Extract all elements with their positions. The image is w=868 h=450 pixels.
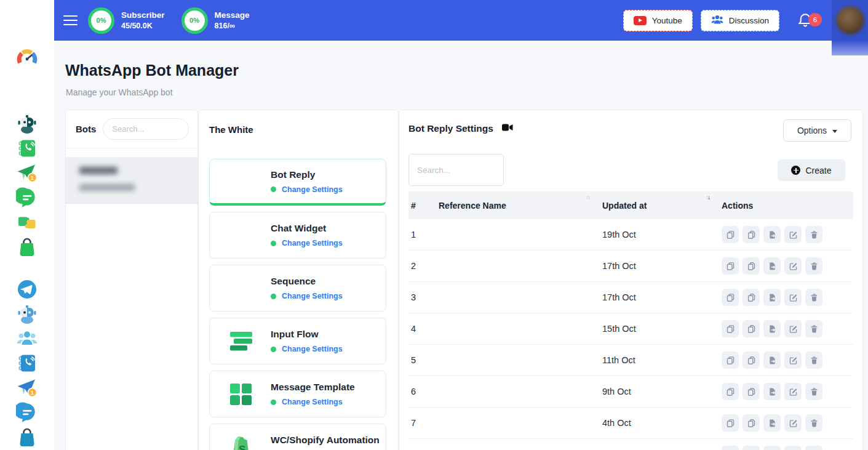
sidebar-item-telegram-group[interactable]: [16, 329, 38, 351]
header-reference-name[interactable]: Reference Name: [439, 201, 602, 211]
delete-button[interactable]: [805, 289, 822, 306]
sort-icon-updated-at[interactable]: ↑↓: [706, 194, 709, 201]
export-button[interactable]: [763, 414, 781, 432]
delete-button[interactable]: [805, 320, 822, 337]
delete-button[interactable]: [805, 383, 822, 400]
sidebar-item-telegram-contacts[interactable]: [16, 353, 38, 376]
duplicate-button[interactable]: [743, 289, 760, 306]
sidebar-item-whatsapp-live-chat[interactable]: [16, 188, 38, 210]
card-message-template[interactable]: Message Template Change Settings: [209, 371, 386, 417]
discussion-button[interactable]: Discussion: [701, 10, 779, 31]
export-button[interactable]: [763, 257, 781, 275]
sidebar-item-dashboard[interactable]: [16, 49, 38, 71]
export-button[interactable]: [763, 446, 781, 450]
header-updated-at[interactable]: Updated at: [602, 201, 722, 211]
sidebar-item-whatsapp-contacts[interactable]: [16, 139, 38, 161]
notifications-button[interactable]: 6: [797, 12, 813, 28]
delete-button[interactable]: [805, 352, 822, 369]
edit-button[interactable]: [784, 414, 802, 432]
options-dropdown-button[interactable]: Options: [783, 119, 851, 142]
updated-at-value: 19th Oct: [602, 230, 722, 239]
change-settings-link[interactable]: Change Settings: [282, 292, 343, 300]
create-button[interactable]: Create: [778, 159, 845, 181]
edit-button[interactable]: [784, 320, 802, 337]
row-number: 2: [411, 261, 439, 271]
copy-button[interactable]: [722, 289, 739, 306]
export-button[interactable]: [763, 383, 781, 400]
edit-button[interactable]: [784, 289, 802, 306]
notification-count-badge: 6: [808, 13, 822, 26]
duplicate-button[interactable]: [743, 226, 760, 243]
header-actions: Actions: [722, 201, 853, 211]
duplicate-button[interactable]: [743, 257, 760, 275]
updated-at-value: 11th Oct: [602, 355, 722, 365]
updated-at-value: 17th Oct: [602, 261, 722, 271]
change-settings-link[interactable]: Change Settings: [282, 185, 343, 194]
duplicate-button[interactable]: [743, 446, 760, 450]
sidebar-item-whatsapp-bot[interactable]: [16, 114, 38, 136]
sidebar-item-whatsapp-shop[interactable]: [16, 237, 38, 259]
edit-button[interactable]: [784, 446, 802, 450]
card-bot-reply[interactable]: Bot Reply Change Settings: [209, 159, 386, 206]
copy-button[interactable]: [722, 226, 739, 243]
edit-button[interactable]: [784, 257, 802, 275]
copy-button[interactable]: [722, 320, 739, 337]
row-number: 6: [411, 387, 439, 396]
app-sidebar: [0, 0, 54, 450]
video-tutorial-icon[interactable]: [502, 123, 513, 134]
robot-icon: [16, 303, 38, 327]
sidebar-item-whatsapp-integration[interactable]: [16, 212, 38, 235]
topbar: 0% Subscriber 45/50.0K 0% Message 816/∞ …: [54, 0, 868, 41]
copy-button[interactable]: [722, 383, 739, 400]
card-wc-shopify-automation[interactable]: WC/Shopify Automation Change Settings: [209, 424, 386, 450]
duplicate-button[interactable]: [743, 352, 760, 369]
bots-search-input[interactable]: [103, 118, 189, 140]
edit-button[interactable]: [784, 383, 802, 400]
subscriber-stat: 0% Subscriber 45/50.0K: [88, 7, 165, 34]
hamburger-menu-icon[interactable]: [63, 12, 78, 28]
card-title: Message Template: [271, 382, 355, 393]
delete-button[interactable]: [805, 226, 822, 243]
card-sequence[interactable]: Sequence Change Settings: [209, 265, 386, 311]
edit-button[interactable]: [784, 226, 802, 243]
duplicate-button[interactable]: [743, 414, 760, 432]
duplicate-button[interactable]: [743, 320, 760, 337]
change-settings-link[interactable]: Change Settings: [282, 239, 343, 247]
table-row: 6 9th Oct: [408, 376, 853, 408]
duplicate-button[interactable]: [743, 383, 760, 400]
settings-search-input[interactable]: [408, 154, 504, 186]
contact-book-icon: [16, 137, 38, 162]
delete-button[interactable]: [805, 414, 822, 432]
copy-button[interactable]: [722, 446, 739, 450]
sidebar-item-telegram-live-chat[interactable]: [16, 403, 38, 425]
export-button[interactable]: [763, 289, 781, 306]
sort-icon-reference-name[interactable]: ↑↓: [586, 194, 589, 201]
export-button[interactable]: [763, 320, 781, 337]
dashboard-gauge-icon: [16, 47, 38, 72]
youtube-button[interactable]: Youtube: [623, 10, 693, 31]
change-settings-link[interactable]: Change Settings: [282, 345, 343, 353]
bot-list-item-selected[interactable]: [66, 157, 197, 204]
copy-button[interactable]: [722, 414, 739, 432]
avatar: [836, 6, 864, 34]
export-button[interactable]: [763, 226, 781, 243]
delete-button[interactable]: [805, 446, 822, 450]
chat-bubble-icon: [16, 187, 38, 211]
export-button[interactable]: [763, 352, 781, 369]
sidebar-item-whatsapp[interactable]: [16, 89, 38, 111]
copy-button[interactable]: [722, 352, 739, 369]
user-menu[interactable]: [832, 0, 868, 55]
table-row: 3 17th Oct: [408, 282, 853, 313]
delete-button[interactable]: [805, 257, 822, 275]
sidebar-item-whatsapp-broadcast[interactable]: [16, 163, 38, 185]
sidebar-item-telegram-shop[interactable]: [16, 427, 38, 449]
edit-button[interactable]: [784, 352, 802, 369]
table-row: 2 17th Oct: [408, 251, 853, 282]
card-input-flow[interactable]: Input Flow Change Settings: [209, 318, 386, 364]
change-settings-link[interactable]: Change Settings: [282, 398, 343, 406]
card-chat-widget[interactable]: Chat Widget Change Settings: [209, 212, 386, 259]
sidebar-item-telegram[interactable]: [16, 279, 38, 302]
sidebar-item-telegram-broadcast[interactable]: [16, 378, 38, 400]
copy-button[interactable]: [722, 257, 739, 275]
sidebar-item-telegram-bot[interactable]: [16, 304, 38, 326]
